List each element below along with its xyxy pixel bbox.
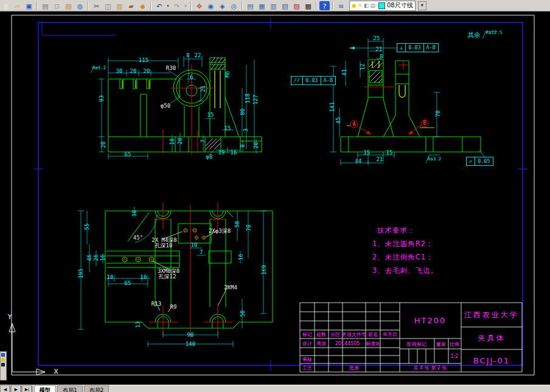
layer-freeze-sun-icon[interactable]: ☀	[358, 2, 363, 9]
redo-icon[interactable]: ↷	[172, 1, 182, 10]
plot-icon[interactable]: ▤	[40, 1, 50, 10]
dim-label: R30	[166, 65, 176, 71]
dim-label: 16	[231, 150, 237, 156]
dim-label: Ra3.2	[92, 65, 106, 70]
dim-label: 21	[376, 46, 383, 52]
publish-icon[interactable]: ▨	[63, 1, 74, 10]
save-icon[interactable]: ▣	[24, 1, 34, 10]
dim-label: 30	[116, 68, 123, 74]
dim-label: 21	[377, 156, 383, 162]
designcenter-icon[interactable]: ▦	[257, 1, 267, 10]
pan-icon[interactable]: ✥	[194, 1, 204, 10]
hatch-lines	[152, 58, 383, 312]
dim-label: 93	[99, 95, 105, 102]
tech-req-item: 1、未注圆角R2；	[372, 237, 438, 250]
layers-icon[interactable]: ≡	[336, 1, 346, 10]
sheet-set-manager-icon[interactable]: ▧	[280, 1, 290, 10]
tolerance-frame: ⊥0.03A-B	[397, 43, 439, 52]
dim-label: 8	[240, 144, 246, 147]
layer-lock-icon[interactable]: ◧	[364, 2, 369, 9]
dim-label: 22	[195, 52, 201, 58]
dim-label: 16	[100, 255, 106, 261]
tb-standard: 标准化	[366, 340, 380, 347]
tb-scale-label: 比例	[450, 341, 459, 348]
properties-icon[interactable]: ▤	[245, 1, 256, 10]
dim-label: 50	[240, 311, 246, 317]
help-icon[interactable]: ?	[319, 1, 330, 10]
tab-nav-button[interactable]: ▶	[11, 385, 21, 392]
layer-color-swatch[interactable]	[378, 2, 385, 9]
dim-label: 8	[380, 53, 383, 60]
tech-req-item: 3、去毛刺、飞边。	[372, 264, 438, 277]
undo-dropdown-icon[interactable]: ▾	[165, 1, 170, 10]
centerlines	[122, 60, 428, 339]
plot-preview-icon[interactable]: ⊡	[52, 1, 62, 10]
layer-plot-icon[interactable]: ▤	[370, 2, 375, 9]
dim-label: 3	[243, 128, 249, 131]
tab-模型[interactable]: 模型	[34, 385, 56, 392]
quickcalc-icon[interactable]: ▩	[303, 1, 313, 10]
dim-label: 15	[225, 125, 231, 131]
match-properties-icon[interactable]: ▰	[126, 1, 136, 10]
new-file-icon[interactable]: ▯	[1, 1, 11, 10]
dim-label: 90	[187, 332, 194, 338]
technical-requirements: 技术要求： 1、未注圆角R2；2、未注倒角C1；3、去毛刺、飞边。	[372, 224, 438, 277]
redo-dropdown-icon[interactable]: ▾	[183, 1, 188, 10]
tab-nav-button[interactable]: ▶|	[22, 385, 32, 392]
dim-label: M6	[225, 71, 231, 78]
dim-label: 7	[200, 249, 203, 255]
zoom-realtime-icon[interactable]: ◉	[206, 1, 216, 10]
tb-weight-label: 重量	[436, 341, 446, 348]
dim-label: 140	[186, 341, 195, 347]
tolerance-frame: //0.03A-B	[291, 76, 336, 85]
block-editor-icon[interactable]: ◆	[138, 1, 148, 10]
tech-req-item: 2、未注倒角C1；	[372, 250, 438, 264]
paste-icon[interactable]: ▥	[114, 1, 125, 10]
tab-布局2[interactable]: 布局2	[84, 385, 110, 392]
layer-combo-dropdown-icon[interactable]: ▾	[418, 1, 426, 10]
tab-布局1[interactable]: 布局1	[57, 385, 83, 392]
tb-sign: 签名	[368, 331, 378, 338]
tool-palettes-icon[interactable]: ▥	[268, 1, 279, 10]
dim-label: Ra3.2	[428, 156, 442, 162]
tb-material: HT200	[414, 316, 447, 325]
layer-on-bulb-icon[interactable]: ●	[352, 2, 357, 9]
dim-label: R13	[151, 301, 161, 307]
cut-icon[interactable]: ✂	[91, 1, 102, 10]
tb-date: 年月日	[383, 331, 397, 338]
tb-scale-value: 1:2	[451, 354, 459, 359]
dim-label: 15	[207, 112, 214, 118]
tb-process: 工艺	[302, 365, 312, 371]
dim-label: 20	[100, 142, 106, 148]
tb-change-doc: 更改文件号	[342, 331, 366, 338]
drawing-canvas[interactable]: 115822302020R30621φ50M693201580118127153…	[0, 0, 550, 392]
dim-label: 2Xφ3深8	[209, 227, 231, 235]
tb-mark: 标记	[302, 331, 312, 338]
dim-label: 141	[329, 102, 335, 112]
ucs-icon	[9, 323, 45, 375]
open-folder-icon[interactable]: ▱	[12, 1, 23, 10]
toolbar-icons: ▯▱▣▤⊡▨◍✂◫▥▰◆↶▾↷▾✥◉◈◎▤▦▥▧▨▩?≡	[0, 0, 347, 11]
dim-label: X	[54, 368, 58, 376]
tb-school: 江西农业大学	[464, 310, 519, 320]
zoom-previous-icon[interactable]: ◎	[229, 1, 239, 10]
web-icon[interactable]: ◍	[75, 1, 85, 10]
dim-label: 44	[355, 158, 362, 164]
tb-approve: 批准	[349, 365, 359, 371]
layer-state-icons: ●☀◧▤	[352, 2, 377, 10]
dim-label: 8	[186, 52, 189, 58]
dim-label: 50	[234, 221, 240, 228]
layer-combo[interactable]: ●☀◧▤ 08尺寸线	[349, 1, 416, 11]
dim-label: 41	[341, 69, 347, 76]
dim-label: 45	[335, 117, 341, 124]
toolbar: ▯▱▣▤⊡▨◍✂◫▥▰◆↶▾↷▾✥◉◈◎▤▦▥▧▨▩?≡ ●☀◧▤ 08尺寸线 …	[0, 0, 550, 12]
markup-set-manager-icon[interactable]: ▨	[291, 1, 302, 10]
sheet-frame	[33, 18, 527, 371]
copy-icon[interactable]: ◫	[103, 1, 113, 10]
dim-label: 10	[191, 242, 198, 248]
dim-label: 169	[261, 265, 267, 275]
tab-nav-button[interactable]: ◀	[0, 385, 10, 392]
undo-icon[interactable]: ↶	[154, 1, 164, 10]
tb-stage-label: 阶段标记	[407, 341, 426, 348]
zoom-window-icon[interactable]: ◈	[217, 1, 228, 10]
